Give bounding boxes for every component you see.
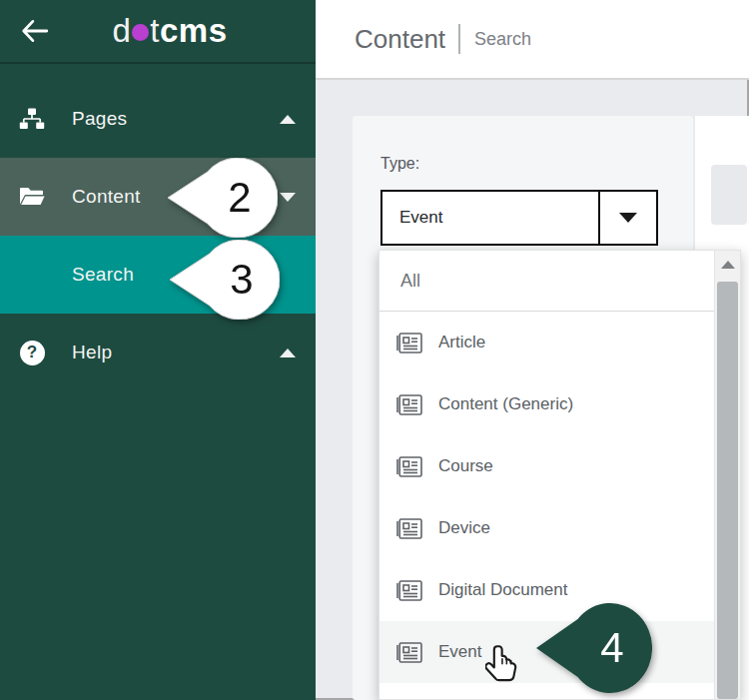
dropdown-option-digital-document[interactable]: Digital Document bbox=[379, 559, 714, 621]
type-label: Type: bbox=[380, 155, 419, 173]
content-type-icon bbox=[396, 456, 422, 477]
sidebar: dtcms Pages bbox=[0, 0, 316, 700]
sidebar-item-content[interactable]: Content bbox=[0, 158, 316, 236]
dropdown-option-course[interactable]: Course bbox=[379, 435, 714, 497]
dotcms-logo: dtcms bbox=[50, 12, 316, 50]
logo-letter: d bbox=[112, 12, 131, 49]
type-dropdown-list: All Article Content (Generic) Course Dev… bbox=[378, 250, 741, 700]
logo-letters: cms bbox=[160, 12, 228, 49]
page-title: Content bbox=[355, 24, 445, 55]
sidebar-item-pages[interactable]: Pages bbox=[0, 80, 316, 158]
dropdown-option-label: Device bbox=[438, 518, 490, 538]
dropdown-option-label: Content (Generic) bbox=[438, 394, 573, 414]
type-combobox-value: Event bbox=[382, 192, 598, 244]
dropdown-option-label: Digital Document bbox=[438, 580, 567, 600]
panel-button[interactable] bbox=[711, 165, 747, 225]
help-icon: ? bbox=[18, 339, 46, 366]
sidebar-menu: Pages Content Search ? bbox=[0, 80, 316, 391]
type-combobox[interactable]: Event bbox=[380, 190, 658, 246]
content-type-icon bbox=[396, 333, 422, 353]
content-type-icon bbox=[396, 580, 422, 601]
chevron-up-icon bbox=[280, 349, 296, 357]
breadcrumb-divider bbox=[458, 24, 460, 54]
back-arrow-icon[interactable] bbox=[20, 17, 50, 45]
dropdown-option-label: Event bbox=[438, 642, 481, 662]
dropdown-option-content-generic[interactable]: Content (Generic) bbox=[379, 373, 714, 435]
sidebar-item-search[interactable]: Search bbox=[0, 236, 316, 314]
page-subtitle: Search bbox=[474, 29, 531, 50]
sidebar-item-label: Help bbox=[72, 342, 112, 363]
dotcms-window: dtcms Pages bbox=[0, 0, 749, 700]
sidebar-topbar: dtcms bbox=[0, 0, 316, 64]
content-type-icon bbox=[396, 642, 422, 663]
scrollbar-thumb[interactable] bbox=[717, 282, 738, 699]
chevron-up-icon bbox=[280, 115, 296, 124]
dropdown-option-label: Article bbox=[438, 333, 485, 352]
content-type-icon bbox=[396, 518, 422, 539]
dropdown-scrollbar[interactable] bbox=[714, 251, 740, 699]
triangle-up-icon bbox=[721, 261, 735, 269]
chevron-down-icon bbox=[280, 193, 296, 202]
content-type-icon bbox=[396, 394, 422, 415]
sitemap-icon bbox=[18, 105, 46, 133]
logo-dot-icon bbox=[132, 24, 149, 41]
sidebar-item-label: Pages bbox=[72, 108, 127, 130]
dropdown-option-event[interactable]: Event bbox=[379, 621, 714, 683]
type-combobox-dropdown-button[interactable] bbox=[598, 192, 656, 244]
dropdown-option-all[interactable]: All bbox=[379, 251, 714, 311]
logo-letter: t bbox=[150, 12, 160, 49]
sidebar-item-help[interactable]: ? Help bbox=[0, 314, 316, 391]
dropdown-option-label: Course bbox=[438, 456, 493, 476]
header: Content Search bbox=[316, 0, 749, 80]
dropdown-option-device[interactable]: Device bbox=[379, 497, 714, 559]
sidebar-item-label: Search bbox=[72, 264, 134, 286]
sidebar-item-label: Content bbox=[72, 186, 141, 208]
dropdown-option-article[interactable]: Article bbox=[379, 312, 714, 373]
chevron-down-icon bbox=[619, 213, 637, 223]
scrollbar-up-button[interactable] bbox=[715, 251, 740, 279]
folder-open-icon bbox=[18, 183, 46, 211]
